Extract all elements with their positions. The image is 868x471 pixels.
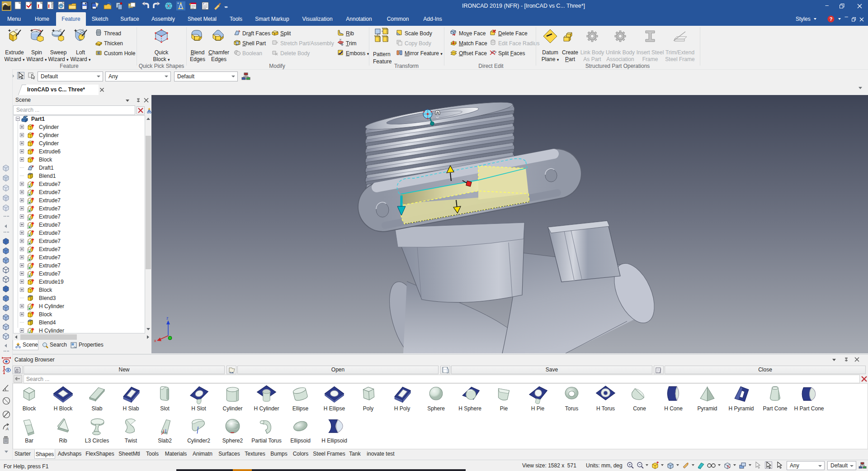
svg-text:x: x: [154, 338, 156, 343]
svg-text:I: I: [38, 3, 39, 9]
svg-text:z: z: [166, 316, 169, 320]
svg-text:?: ?: [830, 16, 833, 22]
svg-text:A: A: [5, 427, 9, 431]
svg-text:I: I: [48, 3, 50, 9]
